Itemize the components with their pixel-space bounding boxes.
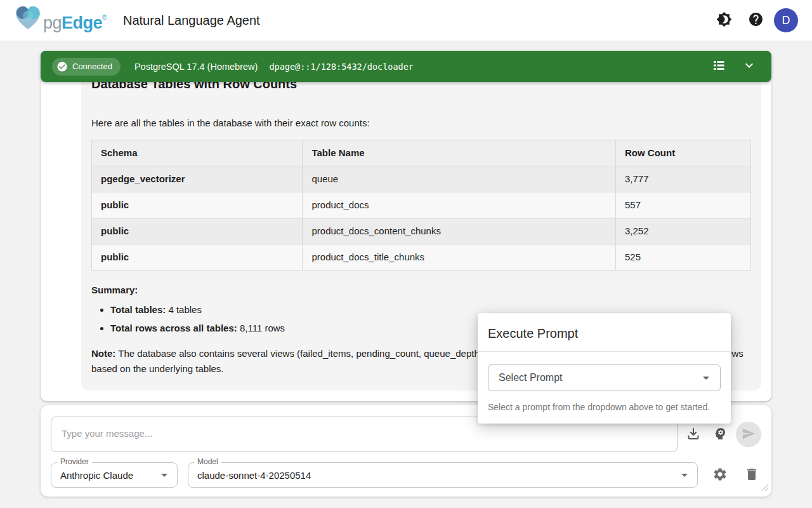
cell-schema: public [92, 218, 303, 244]
psychology-icon [712, 426, 728, 443]
table-row: pgedge_vectorizer queue 3,777 [92, 166, 751, 192]
dark-mode-toggle-button[interactable] [710, 7, 737, 34]
cell-table-name: queue [303, 166, 616, 192]
summary-heading: Summary: [91, 283, 751, 297]
header-actions: D [710, 7, 798, 34]
cell-schema: public [92, 192, 303, 218]
cell-schema: pgedge_vectorizer [92, 166, 303, 192]
server-version-label: PostgreSQL 17.4 (Homebrew) [134, 62, 258, 72]
connection-status-label: Connected [72, 62, 112, 71]
send-icon [742, 427, 756, 443]
prompt-select[interactable]: Select Prompt [488, 364, 721, 391]
column-header-schema: Schema [92, 140, 303, 166]
pgedge-heart-icon [14, 5, 42, 33]
cell-table-name: product_docs_content_chunks [303, 218, 616, 244]
settings-button[interactable] [709, 464, 731, 486]
provider-value: Anthropic Claude [60, 470, 133, 481]
model-select[interactable]: Model claude-sonnet-4-20250514 [188, 462, 698, 488]
divider [478, 351, 731, 352]
download-button[interactable] [683, 424, 704, 445]
column-header-row-count: Row Count [615, 140, 750, 166]
prompt-suggestions-button[interactable] [709, 424, 731, 445]
list-icon [711, 58, 726, 75]
cell-row-count: 557 [615, 192, 750, 218]
table-row: public product_docs_content_chunks 3,252 [92, 218, 751, 244]
connection-bar: Connected PostgreSQL 17.4 (Homebrew) dpa… [41, 51, 771, 82]
app-window: pgEdge® Natural Language Agent D Connect… [0, 0, 812, 508]
prompt-select-value: Select Prompt [499, 372, 562, 384]
help-icon [748, 11, 764, 29]
download-icon [686, 426, 701, 443]
execute-prompt-title: Execute Prompt [488, 326, 721, 341]
provider-select[interactable]: Provider Anthropic Claude [51, 462, 178, 488]
prompt-select-helper-text: Select a prompt from the dropdown above … [488, 402, 721, 412]
cell-table-name: product_docs_title_chunks [303, 244, 616, 271]
cell-schema: public [92, 244, 303, 271]
delete-button[interactable] [741, 464, 763, 486]
results-table: Schema Table Name Row Count pgedge_vecto… [91, 140, 751, 271]
message-intro: Here are all the tables in the database … [91, 116, 751, 130]
column-header-table-name: Table Name [303, 140, 616, 166]
user-avatar[interactable]: D [774, 8, 798, 32]
table-row: public product_docs_title_chunks 525 [92, 244, 751, 271]
table-row: public product_docs 557 [92, 192, 751, 218]
connection-collapse-button[interactable] [738, 56, 760, 77]
cell-row-count: 3,252 [615, 218, 750, 244]
resize-grip-icon[interactable] [761, 483, 769, 494]
chevron-down-icon [742, 58, 757, 75]
model-value: claude-sonnet-4-20250514 [197, 470, 311, 481]
cell-table-name: product_docs [303, 192, 616, 218]
send-button[interactable] [736, 422, 761, 447]
pgedge-logo: pgEdge® [14, 5, 107, 36]
dropdown-arrow-icon [677, 467, 692, 483]
trash-icon [744, 467, 759, 484]
connection-string-label: dpage@::1/128:5432/docloader [269, 62, 414, 72]
app-header: pgEdge® Natural Language Agent D [0, 0, 812, 41]
execute-prompt-dialog: Execute Prompt Select Prompt Select a pr… [478, 313, 731, 424]
connection-list-button[interactable] [708, 56, 730, 77]
cell-row-count: 525 [615, 244, 750, 271]
cell-row-count: 3,777 [615, 166, 750, 192]
gear-icon [712, 467, 728, 484]
model-label: Model [194, 457, 221, 466]
dropdown-arrow-icon [157, 467, 172, 483]
page-title: Natural Language Agent [123, 13, 260, 28]
message-heading: Database Tables with Row Counts [91, 82, 751, 92]
table-header-row: Schema Table Name Row Count [92, 140, 751, 166]
check-circle-icon [56, 61, 68, 72]
provider-label: Provider [57, 457, 92, 466]
brightness-icon [716, 11, 732, 29]
help-button[interactable] [742, 7, 769, 34]
connection-status-badge: Connected [52, 58, 121, 76]
pgedge-wordmark: pgEdge® [43, 5, 107, 36]
connection-bar-actions [708, 56, 760, 77]
dropdown-arrow-icon [698, 370, 714, 385]
